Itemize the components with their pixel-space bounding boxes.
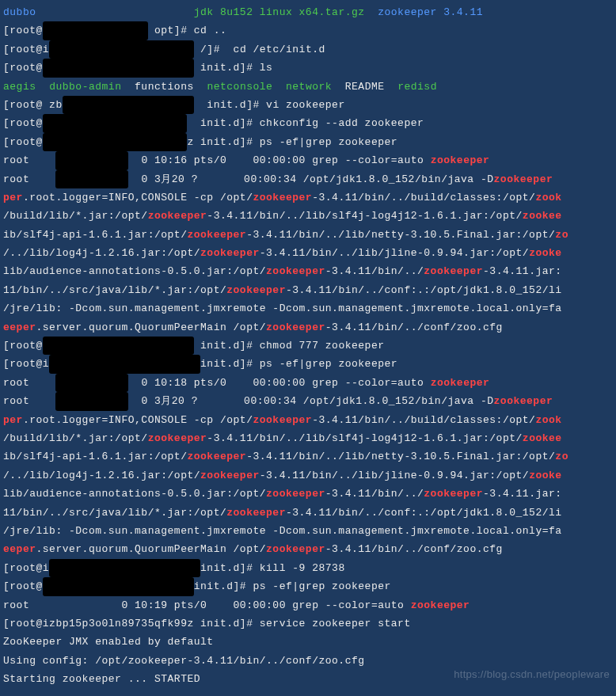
prompt-line: [root@izbp15p3o0ln89735qfk99z init.d]# p… <box>3 355 613 373</box>
output-line: ZooKeeper JMX enabled by default <box>3 633 613 651</box>
terminal-output: dubbo jdk 8u152 linux x64.tar.gz zookeep… <box>3 3 613 688</box>
path-line: lib/audience-annotations-0.5.0.jar:/opt/… <box>3 485 613 503</box>
prompt-line: [root@izbp15p3o0ln89735qfk99zinit.d]# ps… <box>3 577 613 595</box>
path-line: /jre/lib: -Dcom.sun.management.jmxremote… <box>3 299 613 318</box>
ps-row: root 28738 1 0 3月20 ? 00:00:34 /opt/jdk1… <box>3 170 613 188</box>
path-line: ib/slf4j-api-1.6.1.jar:/opt/zookeeper-3.… <box>3 226 613 244</box>
prompt-line: [root@izbp15p3o0ln89735qfk99z init.d]# c… <box>3 337 613 355</box>
path-line: /jre/lib: -Dcom.sun.management.jmxremote… <box>3 522 613 540</box>
ps-row: root 28738 1 0 3月20 ? 00:00:34 /opt/jdk1… <box>3 392 613 410</box>
path-line: /build/lib/*.jar:/opt/zookeeper-3.4.11/b… <box>3 429 613 447</box>
path-line: /../lib/log4j-1.2.16.jar:/opt/zookeeper-… <box>3 466 613 485</box>
path-line: eeper.server.quorum.QuorumPeerMain /opt/… <box>3 318 613 337</box>
prompt-line: [root@izbp15p3o0ln89735qfk99z init.d]# p… <box>3 133 613 151</box>
prompt-line: [root@izbp15p3o0ln89735qfk99z init.d]# s… <box>3 614 613 633</box>
path-line: /build/lib/*.jar:/opt/zookeeper-3.4.11/b… <box>3 207 613 225</box>
ps-row: root 28738 1 0 10:16 pts/0 00:00:00 grep… <box>3 151 613 169</box>
prompt-line: [root@izbp15p3o0ln89735qfk99z init.d]# k… <box>3 559 613 577</box>
path-line: lib/audience-annotations-0.5.0.jar:/opt/… <box>3 262 613 280</box>
path-line: per.root.logger=INFO,CONSOLE -cp /opt/zo… <box>3 411 613 429</box>
ps-row: root 0 10:19 pts/0 00:00:00 grep --color… <box>3 596 613 614</box>
prompt-line: [root@izbp15p3o0ln89735qfk99z /]# cd /et… <box>3 40 613 59</box>
prompt-line: [root@izbp15p3o0ln89735qfk99z init.d]# l… <box>3 59 613 77</box>
path-line: per.root.logger=INFO,CONSOLE -cp /opt/zo… <box>3 188 613 207</box>
watermark-text: https://blog.csdn.net/peopleware <box>454 665 610 683</box>
top-line: dubbo jdk 8u152 linux x64.tar.gz zookeep… <box>3 3 613 21</box>
ls-output: aegis dubbo-admin functions netconsole n… <box>3 78 613 96</box>
prompt-line: [root@ zbp15p3o0ln89735qfk99z init.d]# v… <box>3 96 613 114</box>
prompt-line: [root@izbp15p3o0ln89735qfk99 init.d]# ch… <box>3 114 613 132</box>
path-line: 11/bin/../src/java/lib/*.jar:/opt/zookee… <box>3 504 613 522</box>
path-line: ib/slf4j-api-1.6.1.jar:/opt/zookeeper-3.… <box>3 447 613 466</box>
path-line: /../lib/log4j-1.2.16.jar:/opt/zookeeper-… <box>3 244 613 262</box>
path-line: eeper.server.quorum.QuorumPeerMain /opt/… <box>3 540 613 558</box>
prompt-line: [root@izbp15p3o0ln8973 opt]# cd .. <box>3 21 613 40</box>
ps-row: root 28738 1 0 10:18 pts/0 00:00:00 grep… <box>3 374 613 392</box>
path-line: 11/bin/../src/java/lib/*.jar:/opt/zookee… <box>3 281 613 299</box>
